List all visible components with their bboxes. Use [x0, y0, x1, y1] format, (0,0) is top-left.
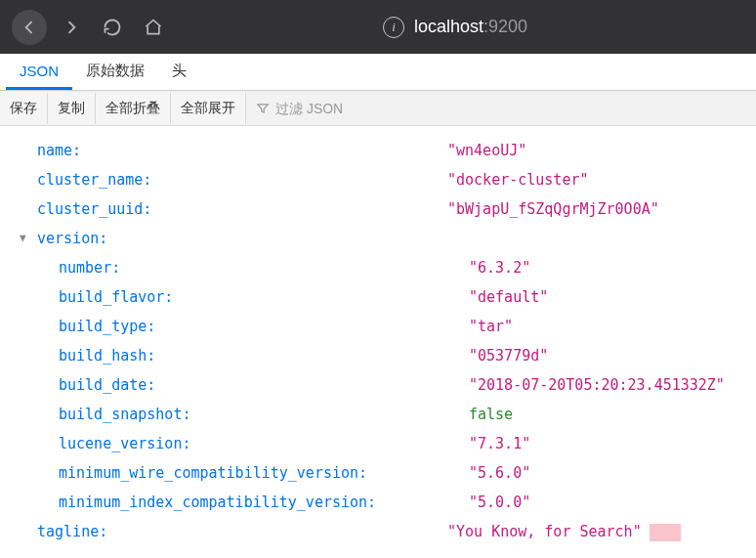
filter-input[interactable]	[275, 101, 393, 116]
redaction-block	[650, 524, 681, 541]
json-key: tagline:	[37, 517, 107, 546]
json-value: "2018-07-20T05:20:23.451332Z"	[469, 376, 725, 394]
json-key: build_snapshot:	[59, 400, 190, 429]
tab-raw-data[interactable]: 原始数据	[72, 54, 158, 91]
json-value: "bWjapU_fSZqQgrMjZr0O0A"	[447, 200, 659, 218]
json-value: "7.3.1"	[469, 435, 530, 452]
json-value: "053779d"	[469, 347, 548, 365]
json-key: cluster_name:	[37, 165, 151, 194]
json-row[interactable]: build_type: "tar"	[16, 312, 740, 341]
json-viewer: name: "wn4eoUJ" cluster_name: "docker-cl…	[0, 126, 756, 556]
json-row[interactable]: cluster_uuid: "bWjapU_fSZqQgrMjZr0O0A"	[16, 194, 740, 224]
json-value: "wn4eoUJ"	[447, 142, 526, 159]
json-row[interactable]: lucene_version: "7.3.1"	[16, 429, 740, 458]
expand-all-button[interactable]: 全部展开	[171, 93, 246, 124]
tab-headers[interactable]: 头	[158, 54, 200, 91]
json-row[interactable]: minimum_wire_compatibility_version: "5.6…	[16, 458, 740, 488]
back-button[interactable]	[12, 10, 47, 45]
forward-button[interactable]	[55, 11, 88, 44]
json-value: "tar"	[469, 318, 513, 335]
json-row[interactable]: build_hash: "053779d"	[16, 341, 740, 370]
save-button[interactable]: 保存	[0, 93, 48, 124]
json-key: number:	[59, 253, 120, 282]
json-row[interactable]: name: "wn4eoUJ"	[16, 136, 740, 165]
json-value: "5.6.0"	[469, 464, 530, 482]
json-key: minimum_wire_compatibility_version:	[59, 458, 367, 488]
json-row[interactable]: build_flavor: "default"	[16, 282, 740, 312]
json-row[interactable]: build_date: "2018-07-20T05:20:23.451332Z…	[16, 370, 740, 400]
json-key: minimum_index_compatibility_version:	[59, 488, 376, 517]
json-value: "5.0.0"	[469, 494, 530, 511]
url-host: localhost	[414, 17, 483, 36]
json-row[interactable]: build_snapshot: false	[16, 400, 740, 429]
json-key: lucene_version:	[59, 429, 190, 458]
json-value: "docker-cluster"	[447, 171, 589, 189]
json-row[interactable]: cluster_name: "docker-cluster"	[16, 165, 740, 194]
json-row[interactable]: tagline: "You Know, for Search"	[16, 517, 740, 546]
json-key: version:	[37, 224, 107, 253]
collapse-all-button[interactable]: 全部折叠	[96, 93, 171, 124]
collapse-toggle-icon[interactable]: ▼	[20, 228, 33, 249]
json-key: build_hash:	[59, 341, 155, 370]
json-key: build_type:	[59, 312, 155, 341]
home-button[interactable]	[137, 11, 170, 44]
json-value: "6.3.2"	[469, 259, 530, 277]
tab-json[interactable]: JSON	[6, 55, 72, 90]
json-value: false	[469, 406, 513, 423]
json-row[interactable]: minimum_index_compatibility_version: "5.…	[16, 488, 740, 517]
json-row-version[interactable]: ▼version:	[16, 224, 740, 253]
url-port: :9200	[483, 17, 527, 36]
info-icon[interactable]: i	[383, 17, 404, 38]
json-toolbar: 保存 复制 全部折叠 全部展开	[0, 91, 756, 126]
copy-button[interactable]: 复制	[48, 93, 96, 124]
json-key: cluster_uuid:	[37, 194, 151, 224]
json-key: build_date:	[59, 370, 155, 400]
view-tabs: JSON 原始数据 头	[0, 54, 756, 91]
json-key: build_flavor:	[59, 282, 173, 312]
browser-navbar: i localhost:9200	[0, 0, 756, 54]
json-row[interactable]: number: "6.3.2"	[16, 253, 740, 282]
reload-button[interactable]	[96, 11, 129, 44]
filter-wrap	[246, 101, 402, 116]
json-value: "You Know, for Search"	[447, 523, 642, 540]
json-value: "default"	[469, 288, 548, 306]
url-bar[interactable]: i localhost:9200	[383, 17, 527, 38]
filter-icon	[256, 102, 270, 115]
json-key: name:	[37, 136, 81, 165]
